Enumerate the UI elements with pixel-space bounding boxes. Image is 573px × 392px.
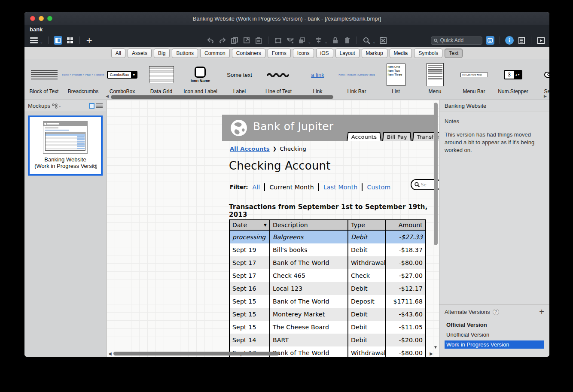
palette-item-icon-and-label[interactable]: Icon Name Icon and Label <box>181 61 220 94</box>
undo-button[interactable] <box>206 36 215 45</box>
help-icon[interactable]: ? <box>493 309 499 315</box>
palette-scroll-right-icon[interactable]: ▶ <box>544 94 547 98</box>
paste-special-button[interactable] <box>242 36 251 45</box>
breadcrumb-all-accounts-link[interactable]: All Accounts <box>230 146 270 152</box>
category-tab-big[interactable]: Big <box>154 49 170 58</box>
palette-item-num-stepper[interactable]: 3▲▼ Num.Stepper <box>494 61 533 94</box>
title-bar[interactable]: Banking Website (Work in Progress Versio… <box>24 12 549 25</box>
category-tab-markup[interactable]: Markup <box>362 49 387 58</box>
minimize-window-icon[interactable] <box>39 16 44 21</box>
quick-add-field[interactable] <box>431 36 482 45</box>
filter-all[interactable]: All <box>252 184 260 191</box>
layer-order-button[interactable] <box>298 36 306 45</box>
zoom-window-icon[interactable] <box>47 16 52 21</box>
palette-item-block-of-text[interactable]: Block of Text <box>24 61 64 94</box>
palette-scrollbar-thumb[interactable] <box>111 95 333 99</box>
wireframe-mockup[interactable]: Bank of Jupiter AccountsBill PayTransfer… <box>222 115 434 357</box>
inspector-toggle-button[interactable]: i <box>505 36 514 45</box>
notes-panel-button[interactable] <box>517 36 526 45</box>
canvas-scroll-left-icon[interactable]: ◀ <box>108 351 112 356</box>
palette-item-data-grid[interactable]: Data Grid <box>142 61 181 94</box>
align-button[interactable] <box>314 36 323 45</box>
palette-item-menu[interactable]: Menu <box>415 61 454 94</box>
clipboard-button[interactable] <box>254 36 263 45</box>
palette-item-line-of-text[interactable]: Line of Text <box>259 61 298 94</box>
category-tab-text[interactable]: Text <box>445 49 463 58</box>
version-official-version[interactable]: Official Version <box>445 321 544 329</box>
transaction-row[interactable]: Sept 14BARTDebit-$20.00 <box>230 334 425 346</box>
transaction-row[interactable]: Sept 15Monterey MarketDebit-$43.60 <box>230 308 425 321</box>
column-header-amount[interactable]: Amount <box>385 220 425 230</box>
category-tab-common[interactable]: Common <box>200 49 230 58</box>
palette-item-combobox[interactable]: ComboBox▼ ComboBox <box>103 61 142 94</box>
filter-custom[interactable]: Custom <box>367 184 390 191</box>
wireframe-site-header[interactable]: Bank of Jupiter AccountsBill PayTransfer <box>222 115 434 141</box>
transaction-row[interactable]: Sept 17Bank of The WorldWithdrawal-$80.0… <box>230 256 425 269</box>
palette-item-menu-bar[interactable]: File Edit View Help Menu Bar <box>454 61 494 94</box>
single-mockup-view-button[interactable] <box>54 36 62 45</box>
main-menu-button[interactable] <box>30 36 38 45</box>
duplicate-button[interactable] <box>230 36 239 45</box>
ungroup-button[interactable] <box>286 36 294 45</box>
transaction-row[interactable]: Sept 17Check 465Check-$27.00 <box>230 269 425 282</box>
palette-scroll-left-icon[interactable]: ◀ <box>106 94 109 98</box>
category-tab-symbols[interactable]: Symbols <box>414 49 442 58</box>
close-window-icon[interactable] <box>30 16 35 21</box>
wireframe-transactions-table[interactable]: Date▼DescriptionTypeAmount processingBal… <box>229 219 426 357</box>
presentation-button[interactable] <box>536 36 545 45</box>
canvas-scroll-right-icon[interactable]: ▶ <box>430 351 433 356</box>
branch-icon[interactable] <box>52 103 58 109</box>
column-header-type[interactable]: Type <box>347 220 385 230</box>
canvas-hscrollbar[interactable]: ◀ ▶ <box>107 351 439 357</box>
transaction-row[interactable]: Sept 19Bill's booksDebit-$18.37 <box>230 243 425 256</box>
palette-item-label[interactable]: Some text Label <box>220 61 259 94</box>
transaction-row[interactable]: Sept 16Local 123Debit-$12.17 <box>230 282 425 295</box>
version-work-in-progress-version[interactable]: Work in Progress Version <box>445 340 544 349</box>
category-tab-icons[interactable]: Icons <box>293 49 314 58</box>
new-mockup-button[interactable]: + <box>85 36 94 45</box>
category-tab-forms[interactable]: Forms <box>268 49 291 58</box>
category-tab-ios[interactable]: iOS <box>316 49 333 58</box>
filter-current-month[interactable]: Current Month <box>269 184 314 191</box>
filter-last-month[interactable]: Last Month <box>323 184 358 191</box>
group-button[interactable] <box>274 36 282 45</box>
wireframe-tab-accounts[interactable]: Accounts <box>347 132 381 141</box>
transaction-row[interactable]: processingBalgreensDebit-$27.33 <box>230 231 425 243</box>
category-tab-buttons[interactable]: Buttons <box>172 49 198 58</box>
redo-button[interactable] <box>218 36 227 45</box>
editor-canvas[interactable]: Bank of Jupiter AccountsBill PayTransfer… <box>107 100 439 357</box>
add-version-button[interactable]: + <box>539 308 544 315</box>
list-view-button[interactable] <box>96 103 103 108</box>
palette-item-breadcrumbs[interactable]: Home > Products > Page > Features Breadc… <box>64 61 103 94</box>
zoom-button[interactable] <box>362 36 371 45</box>
transaction-row[interactable]: Sept 15The Cheese BoardDebit-$11.05 <box>230 321 425 334</box>
markup-toggle-button[interactable] <box>379 36 387 45</box>
canvas-vscrollbar-thumb[interactable] <box>434 103 438 245</box>
document-tab[interactable]: bank <box>30 26 43 33</box>
notes-text[interactable]: This version has had things moved around… <box>445 131 543 154</box>
palette-item-search[interactable]: sear Search <box>533 61 549 94</box>
column-header-description[interactable]: Description <box>269 220 347 230</box>
thumbnail-view-button[interactable] <box>89 103 94 109</box>
thumbnail-branch-icon[interactable] <box>92 164 98 169</box>
transaction-row[interactable]: Sept 15Bank of The WorldDeposit$1711.68 <box>230 295 425 308</box>
palette-item-link-bar[interactable]: Home | Products | Company | Blog Link Ba… <box>337 61 376 94</box>
category-tab-containers[interactable]: Containers <box>232 49 265 58</box>
mockup-thumbnail-card[interactable]: Banking Website (Work in Progress Versio <box>28 115 103 176</box>
column-header-date[interactable]: Date▼ <box>230 220 269 230</box>
palette-item-list[interactable]: Item OneItem TwoItem Three List <box>376 61 415 94</box>
grid-view-button[interactable] <box>66 36 74 45</box>
wireframe-tab-bill-pay[interactable]: Bill Pay <box>382 132 411 141</box>
canvas-scroll-down-icon[interactable]: ▼ <box>433 345 438 349</box>
palette-item-link[interactable]: a link Link <box>298 61 337 94</box>
quick-add-input[interactable] <box>440 37 480 43</box>
delete-button[interactable] <box>343 36 351 45</box>
canvas-hscrollbar-thumb[interactable] <box>113 352 279 356</box>
lock-button[interactable] <box>331 36 339 45</box>
category-tab-all[interactable]: All <box>111 49 125 58</box>
version-unofficial-version[interactable]: Unofficial Version <box>445 331 544 339</box>
palette-scrollbar[interactable]: ◀ ▶ <box>107 95 546 99</box>
category-tab-layout[interactable]: Layout <box>335 49 360 58</box>
category-tab-assets[interactable]: Assets <box>128 49 152 58</box>
ui-library-toggle-button[interactable] <box>486 36 494 45</box>
